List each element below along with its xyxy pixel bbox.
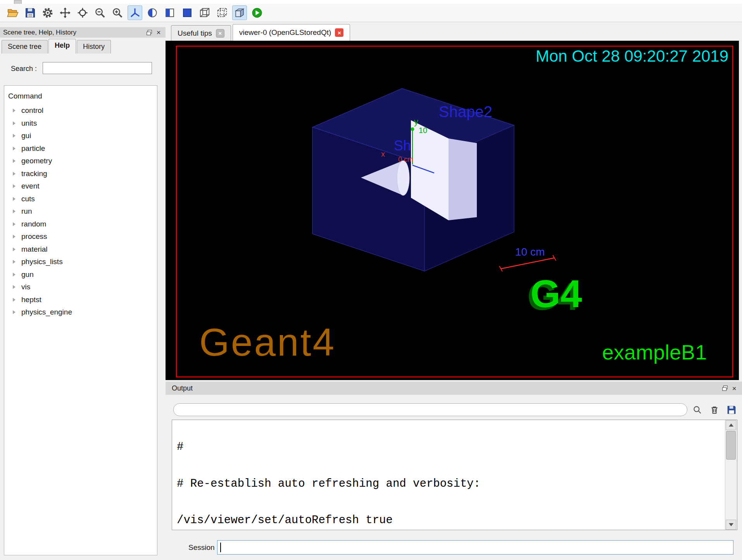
scroll-down-button[interactable] — [726, 520, 736, 530]
tree-item-label: process — [21, 232, 47, 241]
g4-logo-text: G4 — [530, 272, 582, 315]
chevron-right-icon — [13, 147, 16, 150]
console-line: # Re-establish auto refreshing and verbo… — [177, 478, 723, 490]
scale-bar: 10 cm — [499, 246, 556, 271]
left-dock-titlebar: Scene tree, Help, History × — [0, 27, 166, 38]
left-dock-close-button[interactable]: × — [154, 28, 163, 37]
chevron-right-icon — [13, 109, 16, 112]
save-button[interactable] — [23, 5, 38, 20]
tree-item-physics-lists[interactable]: physics_lists — [8, 256, 157, 268]
tab-viewer-0[interactable]: viewer-0 (OpenGLStoredQt) × — [233, 24, 350, 41]
output-close-button[interactable]: × — [730, 384, 739, 393]
tree-item-label: cuts — [21, 195, 35, 203]
pick-center-button[interactable] — [75, 5, 90, 20]
tree-item-gui[interactable]: gui — [8, 130, 157, 142]
hidden-line-removal-button[interactable] — [145, 5, 160, 20]
output-clear-button[interactable] — [709, 404, 720, 416]
console-scrollbar[interactable] — [725, 420, 737, 530]
move-icon — [59, 7, 71, 19]
save-icon — [726, 405, 737, 415]
surface-mode-button[interactable] — [180, 5, 195, 20]
rotate-button[interactable] — [128, 5, 142, 20]
output-dock-title: Output — [172, 384, 193, 392]
help-command-tree[interactable]: Command control units gui particle geome… — [4, 85, 157, 555]
scroll-up-button[interactable] — [726, 420, 736, 430]
chevron-right-icon — [13, 172, 16, 176]
output-search-button[interactable] — [692, 404, 703, 416]
tree-item-label: gun — [21, 270, 34, 279]
g4-logo: G4 G4 — [527, 272, 582, 318]
tree-item-particle[interactable]: particle — [8, 142, 157, 155]
open-file-button[interactable] — [5, 5, 20, 20]
session-label: Session : — [188, 543, 219, 552]
tab-help[interactable]: Help — [48, 39, 76, 54]
tab-useful-tips[interactable]: Useful tips × — [171, 25, 231, 41]
close-tab-icon[interactable]: × — [335, 28, 343, 37]
rotate-axes-icon — [129, 7, 141, 19]
zoom-out-button[interactable] — [93, 5, 107, 20]
solid-mode-button[interactable] — [232, 5, 247, 20]
chevron-right-icon — [13, 310, 16, 314]
open-file-icon — [7, 7, 19, 19]
tab-history[interactable]: History — [77, 40, 111, 54]
output-filter-input[interactable] — [173, 403, 687, 416]
chevron-right-icon — [13, 121, 16, 125]
tree-item-gun[interactable]: gun — [8, 268, 157, 281]
console-line: /vis/viewer/set/autoRefresh true — [177, 514, 723, 527]
run-beam-button[interactable] — [250, 5, 264, 20]
geant4-brand-text: Geant4 — [199, 320, 336, 364]
output-console[interactable]: # # Re-establish auto refreshing and ver… — [172, 420, 737, 530]
search-label: Search : — [11, 65, 37, 73]
chevron-right-icon — [13, 273, 16, 277]
chevron-right-icon — [13, 209, 16, 213]
arrow-down-icon — [729, 523, 733, 526]
shape2-label: Shape2 — [439, 103, 492, 120]
opengl-viewport[interactable]: Mon Oct 28 09:20:27 2019 — [166, 41, 739, 380]
tab-scene-tree[interactable]: Scene tree — [2, 40, 48, 54]
half-sphere-icon — [147, 7, 158, 19]
tree-item-label: physics_lists — [21, 258, 63, 266]
half-square-icon — [164, 7, 176, 19]
dashed-line-mode-button[interactable] — [215, 5, 230, 20]
tree-item-random[interactable]: random — [8, 218, 157, 231]
menu-bar-remnant — [0, 0, 742, 4]
move-button[interactable] — [58, 5, 72, 20]
hidden-line-surface-removal-button[interactable] — [162, 5, 177, 20]
tree-item-vis[interactable]: vis — [8, 281, 157, 294]
example-name-text: exampleB1 — [602, 340, 707, 364]
zoom-in-button[interactable] — [110, 5, 125, 20]
play-icon — [251, 7, 263, 19]
tree-item-label: gui — [21, 131, 31, 140]
left-dock-float-button[interactable] — [145, 28, 154, 37]
shape1-label-partial: Sh — [394, 138, 411, 154]
crosshair-icon — [77, 7, 88, 19]
chevron-right-icon — [13, 197, 16, 201]
tree-item-control[interactable]: control — [8, 104, 157, 117]
output-float-button[interactable] — [720, 384, 730, 393]
search-input[interactable] — [43, 62, 152, 74]
tree-item-physics-engine[interactable]: physics_engine — [8, 306, 157, 319]
tree-item-label: run — [21, 207, 32, 216]
tree-item-run[interactable]: run — [8, 205, 157, 218]
text-caret — [220, 543, 221, 552]
chevron-right-icon — [13, 134, 16, 138]
tree-item-tracking[interactable]: tracking — [8, 168, 157, 180]
tree-item-event[interactable]: event — [8, 180, 157, 193]
chevron-right-icon — [13, 184, 16, 188]
output-save-button[interactable] — [726, 404, 737, 416]
tree-item-geometry[interactable]: geometry — [8, 155, 157, 168]
session-command-input[interactable] — [217, 540, 733, 555]
tree-item-material[interactable]: material — [8, 243, 157, 256]
wireframe-cube-icon — [199, 7, 211, 19]
tab-label: Useful tips — [178, 29, 212, 38]
tree-item-cuts[interactable]: cuts — [8, 193, 157, 206]
tree-item-process[interactable]: process — [8, 230, 157, 243]
tree-item-heptst[interactable]: heptst — [8, 294, 157, 306]
wireframe-mode-button[interactable] — [197, 5, 212, 20]
tree-item-label: event — [21, 182, 39, 190]
settings-button[interactable] — [40, 5, 55, 20]
close-tab-icon[interactable]: × — [216, 29, 224, 38]
tree-item-units[interactable]: units — [8, 117, 157, 130]
scrollbar-thumb[interactable] — [726, 431, 736, 460]
console-line: # — [177, 441, 723, 453]
